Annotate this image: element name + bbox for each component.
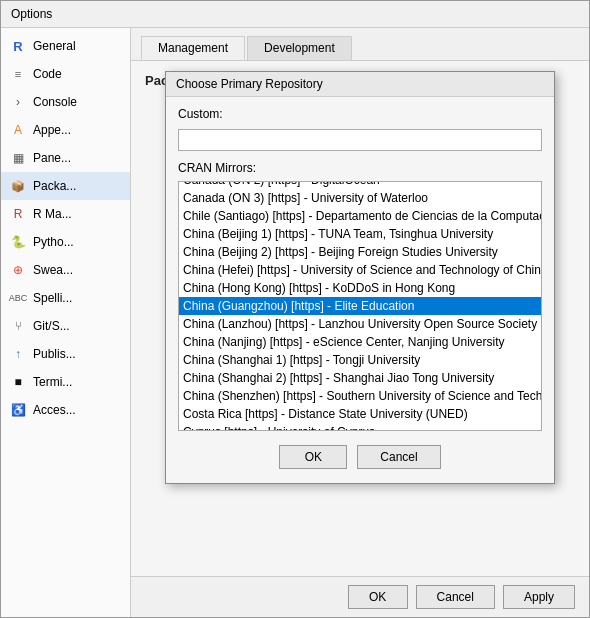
sidebar-item-appearance[interactable]: A Appe... <box>1 116 130 144</box>
sidebar-label-code: Code <box>33 67 62 81</box>
dialog-overlay: Choose Primary Repository Custom: CRAN M… <box>131 61 589 576</box>
sweave-icon: ⊕ <box>9 261 27 279</box>
tab-development[interactable]: Development <box>247 36 352 60</box>
window-body: R General ≡ Code › Console A Appe... ▦ P… <box>1 28 589 617</box>
cancel-button[interactable]: Cancel <box>416 585 495 609</box>
sidebar-item-general[interactable]: R General <box>1 32 130 60</box>
dialog-body: Custom: CRAN Mirrors: Canada (https) - M… <box>166 97 554 483</box>
mirror-item[interactable]: Canada (ON 3) [https] - University of Wa… <box>179 189 541 207</box>
sidebar-label-spelling: Spelli... <box>33 291 72 305</box>
choose-repository-dialog: Choose Primary Repository Custom: CRAN M… <box>165 71 555 484</box>
sidebar-item-packages[interactable]: 📦 Packa... <box>1 172 130 200</box>
general-icon: R <box>9 37 27 55</box>
python-icon: 🐍 <box>9 233 27 251</box>
sidebar-label-python: Pytho... <box>33 235 74 249</box>
console-icon: › <box>9 93 27 111</box>
main-content: Management Development Package Managemen… <box>131 28 589 617</box>
main-window: Options R General ≡ Code › Console A App… <box>0 0 590 618</box>
mirror-item[interactable]: China (Lanzhou) [https] - Lanzhou Univer… <box>179 315 541 333</box>
ok-button[interactable]: OK <box>348 585 408 609</box>
sidebar-item-console[interactable]: › Console <box>1 88 130 116</box>
sidebar-label-publishing: Publis... <box>33 347 76 361</box>
mirror-item[interactable]: China (Shanghai 2) [https] - Shanghai Ji… <box>179 369 541 387</box>
sidebar-item-rmarkdown[interactable]: R R Ma... <box>1 200 130 228</box>
dialog-ok-button[interactable]: OK <box>279 445 347 469</box>
sidebar-label-accessibility: Acces... <box>33 403 76 417</box>
accessibility-icon: ♿ <box>9 401 27 419</box>
sidebar-label-pane: Pane... <box>33 151 71 165</box>
mirror-item[interactable]: China (Shanghai 1) [https] - Tongji Univ… <box>179 351 541 369</box>
spelling-icon: ABC <box>9 289 27 307</box>
sidebar-item-publishing[interactable]: ↑ Publis... <box>1 340 130 368</box>
sidebar-item-pane[interactable]: ▦ Pane... <box>1 144 130 172</box>
sidebar-label-packages: Packa... <box>33 179 76 193</box>
appearance-icon: A <box>9 121 27 139</box>
sidebar-label-git: Git/S... <box>33 319 70 333</box>
sidebar-item-python[interactable]: 🐍 Pytho... <box>1 228 130 256</box>
title-bar: Options <box>1 1 589 28</box>
publishing-icon: ↑ <box>9 345 27 363</box>
sidebar-label-appearance: Appe... <box>33 123 71 137</box>
mirror-item[interactable]: China (Hong Kong) [https] - KoDDoS in Ho… <box>179 279 541 297</box>
mirror-list[interactable]: Canada (https) - Manitoba CRAN User Grou… <box>178 181 542 431</box>
mirror-item[interactable]: China (Shenzhen) [https] - Southern Univ… <box>179 387 541 405</box>
sidebar-item-spelling[interactable]: ABC Spelli... <box>1 284 130 312</box>
content-area: Package Management Choose Primary Reposi… <box>131 60 589 576</box>
sidebar-item-code[interactable]: ≡ Code <box>1 60 130 88</box>
mirror-item[interactable]: Chile (Santiago) [https] - Departamento … <box>179 207 541 225</box>
mirror-item[interactable]: China (Beijing 1) [https] - TUNA Team, T… <box>179 225 541 243</box>
custom-label: Custom: <box>178 107 542 121</box>
git-icon: ⑂ <box>9 317 27 335</box>
sidebar-label-terminal: Termi... <box>33 375 72 389</box>
dialog-title: Choose Primary Repository <box>166 72 554 97</box>
mirror-item[interactable]: China (Hefei) [https] - University of Sc… <box>179 261 541 279</box>
sidebar-label-rmarkdown: R Ma... <box>33 207 72 221</box>
apply-button[interactable]: Apply <box>503 585 575 609</box>
mirror-item[interactable]: China (Guangzhou) [https] - Elite Educat… <box>179 297 541 315</box>
sidebar-item-git[interactable]: ⑂ Git/S... <box>1 312 130 340</box>
sidebar: R General ≡ Code › Console A Appe... ▦ P… <box>1 28 131 617</box>
window-title: Options <box>11 7 52 21</box>
mirrors-label: CRAN Mirrors: <box>178 161 542 175</box>
dialog-cancel-button[interactable]: Cancel <box>357 445 440 469</box>
pane-icon: ▦ <box>9 149 27 167</box>
packages-icon: 📦 <box>9 177 27 195</box>
sidebar-label-sweave: Swea... <box>33 263 73 277</box>
custom-input[interactable] <box>178 129 542 151</box>
mirror-item[interactable]: China (Beijing 2) [https] - Beijing Fore… <box>179 243 541 261</box>
tab-management[interactable]: Management <box>141 36 245 60</box>
tabs-bar: Management Development <box>131 28 589 60</box>
code-icon: ≡ <box>9 65 27 83</box>
bottom-bar: OK Cancel Apply <box>131 576 589 617</box>
mirror-item[interactable]: Canada (ON 2) [https] - DigitalOcean <box>179 181 541 189</box>
rmarkdown-icon: R <box>9 205 27 223</box>
terminal-icon: ■ <box>9 373 27 391</box>
sidebar-item-terminal[interactable]: ■ Termi... <box>1 368 130 396</box>
mirror-item[interactable]: Costa Rica [https] - Distance State Univ… <box>179 405 541 423</box>
mirror-item[interactable]: Cyprus [https] - University of Cyprus <box>179 423 541 431</box>
sidebar-label-console: Console <box>33 95 77 109</box>
sidebar-item-accessibility[interactable]: ♿ Acces... <box>1 396 130 424</box>
sidebar-item-sweave[interactable]: ⊕ Swea... <box>1 256 130 284</box>
dialog-buttons: OK Cancel <box>178 437 542 473</box>
mirror-item[interactable]: China (Nanjing) [https] - eScience Cente… <box>179 333 541 351</box>
sidebar-label-general: General <box>33 39 76 53</box>
